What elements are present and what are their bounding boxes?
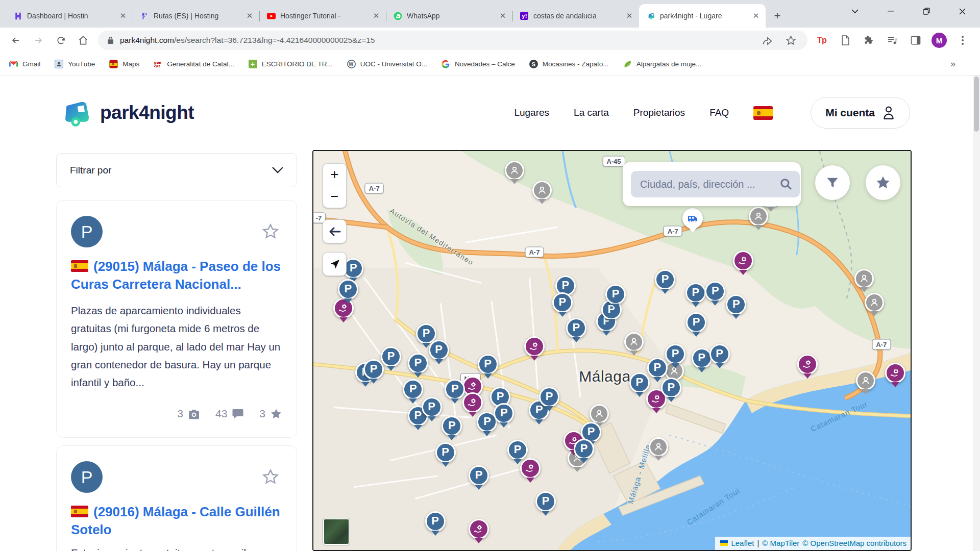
map-search-field[interactable]: [631, 171, 800, 197]
reload-button[interactable]: [50, 30, 71, 51]
leaflet-link[interactable]: Leaflet: [731, 539, 754, 547]
map-marker-parking[interactable]: P: [629, 372, 650, 393]
map-marker-parking[interactable]: P: [403, 379, 423, 399]
tab-park4night-active[interactable]: park4night - Lugare ✕: [639, 4, 766, 28]
map-marker-person[interactable]: [856, 371, 875, 390]
map-marker-parking[interactable]: P: [425, 511, 446, 532]
map-marker-parking[interactable]: P: [705, 281, 725, 302]
park4night-logo[interactable]: park4night: [56, 98, 194, 128]
page-scrollbar[interactable]: [973, 76, 980, 551]
map-marker-parking[interactable]: P: [686, 312, 706, 333]
map-marker-parking[interactable]: P: [494, 403, 514, 423]
map-marker-person[interactable]: [532, 181, 552, 200]
nav-la-carta[interactable]: La carta: [574, 107, 609, 118]
bookmarks-overflow-chevron[interactable]: »: [950, 59, 971, 69]
map-marker-parking[interactable]: P: [665, 344, 685, 364]
map-marker-parking[interactable]: P: [429, 340, 449, 360]
map-marker-parking[interactable]: P: [655, 269, 675, 290]
close-window-button[interactable]: [944, 0, 980, 22]
tab-search-chevron-icon[interactable]: [837, 0, 873, 22]
tab-close-icon[interactable]: ✕: [245, 11, 254, 20]
map-search-input[interactable]: [640, 179, 775, 190]
extensions-puzzle-icon[interactable]: [859, 30, 879, 51]
map-marker-service[interactable]: [733, 251, 753, 271]
map-marker-parking[interactable]: P: [381, 346, 401, 367]
listing-title-link[interactable]: (29016) Málaga - Calle Guillén Sotelo: [71, 503, 282, 539]
map-marker-parking[interactable]: P: [692, 348, 712, 368]
tab-whatsapp[interactable]: WhatsApp ✕: [386, 4, 512, 28]
listing-card[interactable]: P (29016) Málaga - Calle Guillén Sotelo …: [56, 445, 297, 551]
map-marker-service[interactable]: [520, 458, 541, 479]
bookmark-youtube[interactable]: YouTube: [55, 60, 95, 68]
map-marker-service[interactable]: [797, 354, 818, 374]
map-marker-parking[interactable]: P: [685, 283, 706, 303]
map-marker-person[interactable]: [854, 269, 874, 288]
home-button[interactable]: [72, 30, 94, 51]
map-marker-parking[interactable]: P: [445, 379, 465, 399]
url-bar[interactable]: park4night.com/es/search?lat=36.7213&lng…: [98, 31, 807, 50]
share-icon[interactable]: [762, 36, 773, 45]
listing-card[interactable]: P (29015) Málaga - Paseo de los Curas Ca…: [56, 200, 297, 438]
tab-close-icon[interactable]: ✕: [498, 11, 507, 20]
playlist-extension-icon[interactable]: [882, 30, 902, 51]
map-marker-service[interactable]: [462, 392, 483, 413]
map-marker-parking[interactable]: P: [422, 397, 442, 417]
map-marker-parking[interactable]: P: [605, 284, 626, 305]
tab-close-icon[interactable]: ✕: [118, 11, 128, 20]
tab-close-icon[interactable]: ✕: [372, 11, 381, 20]
map-marker-service[interactable]: [885, 363, 905, 383]
bookmark-alpargatas[interactable]: Alpargatas de muje...: [623, 60, 702, 68]
nav-lugares[interactable]: Lugares: [514, 107, 549, 118]
new-tab-button[interactable]: +: [770, 8, 785, 23]
favorite-star-icon[interactable]: [262, 468, 279, 486]
map-marker-parking[interactable]: P: [469, 465, 489, 486]
map-marker-parking[interactable]: P: [478, 354, 498, 374]
minimize-button[interactable]: [873, 0, 909, 22]
tab-close-icon[interactable]: ✕: [751, 11, 761, 20]
forward-button[interactable]: [28, 30, 49, 51]
map-marker-service[interactable]: [524, 336, 545, 357]
map-marker-camper[interactable]: [682, 208, 703, 229]
map-marker-person[interactable]: [505, 161, 524, 180]
document-extension-icon[interactable]: [835, 30, 855, 51]
favorite-star-icon[interactable]: [262, 223, 279, 240]
tab-dashboard[interactable]: Dashboard | Hostin ✕: [6, 4, 133, 28]
tab-costas[interactable]: y! costas de andalucia ✕: [512, 4, 639, 28]
bookmark-maps[interactable]: Maps: [109, 60, 139, 68]
search-icon[interactable]: [779, 178, 793, 191]
map-marker-parking[interactable]: P: [726, 294, 746, 315]
browser-menu-icon[interactable]: [952, 30, 973, 51]
bookmark-gmail[interactable]: Gmail: [9, 60, 40, 68]
map-marker-person[interactable]: [624, 332, 644, 352]
bookmark-escritorio[interactable]: + ESCRITORIO DE TR...: [249, 60, 333, 68]
map-marker-parking[interactable]: P: [647, 358, 668, 378]
map-marker-parking[interactable]: P: [566, 318, 586, 338]
tab-rutas[interactable]: Rutas (ES) | Hosting ✕: [133, 4, 259, 28]
scrollbar-thumb[interactable]: [974, 77, 979, 132]
profile-avatar[interactable]: M: [929, 30, 949, 51]
locate-button[interactable]: [323, 252, 347, 276]
maptiler-link[interactable]: © MapTiler: [762, 539, 799, 547]
side-panel-icon[interactable]: [905, 30, 926, 51]
map-marker-parking[interactable]: P: [507, 440, 528, 460]
zoom-out-button[interactable]: −: [323, 186, 346, 208]
map-marker-parking[interactable]: P: [661, 378, 681, 398]
map-marker-parking[interactable]: P: [408, 353, 428, 373]
map-marker-parking[interactable]: P: [535, 491, 556, 512]
tp-extension-icon[interactable]: Tp: [812, 30, 832, 51]
listing-title-link[interactable]: (29015) Málaga - Paseo de los Curas Carr…: [71, 258, 282, 293]
bookmark-star-icon[interactable]: [786, 35, 796, 46]
map-marker-person[interactable]: [865, 293, 884, 312]
map-container[interactable]: Málaga Autovía del Mediterráneo A-7-7A-7…: [312, 150, 912, 551]
map-filter-button[interactable]: [815, 165, 850, 200]
restore-button[interactable]: [909, 0, 944, 22]
map-marker-parking[interactable]: P: [338, 279, 358, 299]
map-marker-parking[interactable]: P: [552, 292, 573, 313]
zoom-in-button[interactable]: +: [323, 164, 346, 186]
osm-link[interactable]: © OpenStreetMap contributors: [802, 539, 906, 547]
map-marker-parking[interactable]: P: [539, 387, 559, 407]
map-marker-parking[interactable]: P: [574, 439, 594, 459]
map-marker-parking[interactable]: P: [363, 359, 384, 380]
map-back-button[interactable]: [323, 219, 347, 243]
map-favorites-button[interactable]: [866, 165, 900, 200]
